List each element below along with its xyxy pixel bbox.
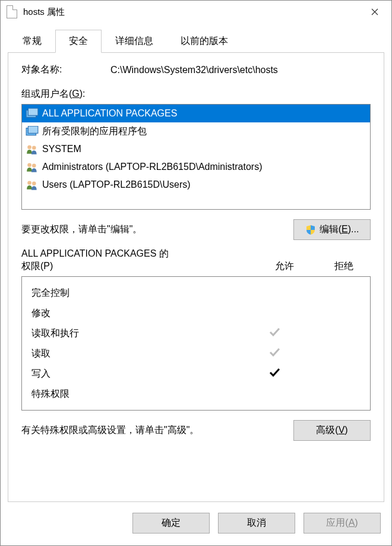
- list-item[interactable]: 所有受限制的应用程序包: [22, 122, 370, 140]
- permissions-list[interactable]: 完全控制 修改 读取和执行 读取: [21, 276, 371, 411]
- permission-row: 写入: [31, 364, 361, 384]
- close-icon: [371, 8, 378, 15]
- cancel-button[interactable]: 取消: [218, 513, 295, 534]
- tab-details[interactable]: 详细信息: [102, 30, 167, 53]
- users-icon: [26, 179, 39, 191]
- apply-button[interactable]: 应用(A): [304, 513, 381, 534]
- list-item-label: Administrators (LAPTOP-RL2B615D\Administ…: [42, 162, 263, 172]
- ok-button[interactable]: 确定: [132, 513, 210, 534]
- document-icon: [7, 5, 17, 18]
- permission-row: 修改: [31, 303, 361, 323]
- checkmark-icon: [242, 366, 307, 381]
- titlebar: hosts 属性: [1, 1, 391, 23]
- permission-name: 特殊权限: [31, 388, 242, 400]
- package-icon: [26, 125, 39, 137]
- permission-row: 特殊权限: [31, 384, 361, 404]
- package-icon: [26, 108, 39, 119]
- list-item[interactable]: Users (LAPTOP-RL2B615D\Users): [22, 176, 370, 194]
- list-item[interactable]: SYSTEM: [22, 140, 370, 158]
- permission-name: 完全控制: [31, 287, 242, 299]
- dialog-footer: 确定 取消 应用(A): [1, 502, 391, 545]
- list-item[interactable]: Administrators (LAPTOP-RL2B615D\Administ…: [22, 158, 370, 176]
- edit-row: 要更改权限，请单击"编辑"。 编辑(E)...: [21, 219, 371, 240]
- advanced-row: 有关特殊权限或高级设置，请单击"高级"。 高级(V): [21, 420, 371, 441]
- permission-name: 读取: [31, 348, 242, 360]
- tab-security[interactable]: 安全: [55, 30, 102, 53]
- list-item[interactable]: ALL APPLICATION PACKAGES: [22, 105, 370, 122]
- object-name-value: C:\Windows\System32\drivers\etc\hosts: [110, 65, 278, 75]
- object-name-label: 对象名称:: [21, 64, 110, 76]
- groups-label: 组或用户名(G):: [21, 88, 371, 100]
- object-name-row: 对象名称: C:\Windows\System32\drivers\etc\ho…: [21, 64, 371, 76]
- tab-strip: 常规 安全 详细信息 以前的版本: [1, 23, 391, 52]
- permissions-for-line2: 权限(P): [21, 260, 252, 273]
- window-title: hosts 属性: [23, 7, 361, 18]
- svg-point-4: [27, 145, 31, 149]
- shield-icon: [305, 225, 316, 235]
- svg-point-8: [27, 181, 31, 185]
- permission-row: 读取和执行: [31, 323, 361, 343]
- permission-name: 修改: [31, 307, 242, 320]
- tab-previous-versions[interactable]: 以前的版本: [167, 30, 242, 53]
- properties-window: hosts 属性 常规 安全 详细信息 以前的版本 对象名称: C:\Windo…: [0, 0, 392, 546]
- deny-header: 拒绝: [317, 260, 371, 273]
- users-icon: [26, 143, 39, 155]
- content-area: 常规 安全 详细信息 以前的版本 对象名称: C:\Windows\System…: [1, 23, 391, 545]
- permission-row: 读取: [31, 343, 361, 364]
- allow-header: 允许: [252, 260, 317, 273]
- users-icon: [26, 161, 39, 173]
- checkmark-icon: [242, 326, 307, 341]
- list-item-label: Users (LAPTOP-RL2B615D\Users): [42, 179, 191, 190]
- tab-general[interactable]: 常规: [9, 30, 55, 53]
- edit-button[interactable]: 编辑(E)...: [293, 219, 371, 240]
- svg-point-9: [32, 182, 36, 186]
- svg-point-6: [27, 163, 31, 167]
- permissions-columns: 权限(P) 允许 拒绝: [21, 260, 371, 273]
- checkmark-icon: [242, 346, 307, 361]
- close-button[interactable]: [361, 2, 389, 21]
- tab-body: 对象名称: C:\Windows\System32\drivers\etc\ho…: [8, 52, 384, 502]
- svg-rect-1: [28, 108, 38, 115]
- advanced-button[interactable]: 高级(V): [293, 420, 371, 441]
- list-item-label: 所有受限制的应用程序包: [42, 125, 147, 138]
- svg-point-7: [32, 164, 36, 168]
- permissions-for-line1: ALL APPLICATION PACKAGES 的: [21, 247, 371, 260]
- edit-hint: 要更改权限，请单击"编辑"。: [21, 223, 142, 236]
- advanced-hint: 有关特殊权限或高级设置，请单击"高级"。: [21, 424, 199, 437]
- permission-name: 读取和执行: [31, 327, 242, 340]
- svg-rect-3: [28, 126, 38, 133]
- groups-listbox[interactable]: ALL APPLICATION PACKAGES 所有受限制的应用程序包 SYS…: [21, 104, 371, 210]
- permission-row: 完全控制: [31, 283, 361, 303]
- list-item-label: SYSTEM: [42, 144, 81, 154]
- list-item-label: ALL APPLICATION PACKAGES: [42, 108, 177, 119]
- permission-name: 写入: [31, 368, 242, 380]
- svg-point-5: [32, 146, 36, 150]
